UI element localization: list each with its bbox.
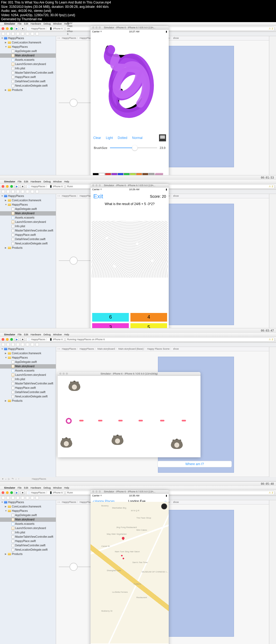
nav-item[interactable]: Info.plist bbox=[0, 224, 56, 229]
nav-item[interactable]: Main.storyboard bbox=[0, 517, 56, 522]
project-navigator[interactable]: ▼ HappyPlaces▶ CoreLocation.framework▼ H… bbox=[0, 194, 56, 333]
menu-debug[interactable]: Debug bbox=[44, 22, 51, 25]
stop-button[interactable]: ■ bbox=[20, 338, 25, 341]
nav-test-icon[interactable] bbox=[21, 32, 24, 35]
sim-titlebar[interactable]: Simulator - iPhone 6 - iPhone 6 / iOS 9.… bbox=[91, 26, 169, 30]
scheme-selector[interactable]: ⬚HappyPlaces〉📱iPhone 6 bbox=[26, 491, 64, 495]
nav-item[interactable]: ▶ CoreLocation.framework bbox=[0, 198, 56, 203]
normal-button[interactable]: Normal bbox=[132, 136, 143, 140]
nav-item[interactable]: MasterTableViewController.swift bbox=[0, 71, 56, 75]
nav-item[interactable]: ▼ HappyPlaces bbox=[0, 203, 56, 207]
clear-button[interactable]: Clear bbox=[93, 136, 101, 140]
game-scene[interactable] bbox=[58, 376, 201, 457]
stop-button[interactable]: ■ bbox=[20, 491, 25, 495]
nav-breakpoint-icon[interactable] bbox=[31, 32, 34, 35]
nav-item[interactable]: MasterTableViewController.swift bbox=[0, 229, 56, 233]
warning-badge[interactable]: ⚠ 2 bbox=[269, 27, 273, 30]
nav-item[interactable]: HappyPlace.swift bbox=[0, 539, 56, 543]
simulator-window[interactable]: Simulator - iPhone 6 - iPhone 6 / iOS 9.… bbox=[91, 26, 169, 180]
debug-target[interactable]: HappyPlaces bbox=[32, 478, 46, 480]
save-icon[interactable] bbox=[159, 134, 166, 141]
scheme-selector[interactable]: ⬚HappyPlaces〉📱iPhone 6 bbox=[26, 338, 64, 342]
nav-item[interactable]: ▼ HappyPlaces bbox=[0, 45, 56, 49]
traffic-close[interactable] bbox=[2, 27, 4, 30]
nav-item[interactable]: ▶ Products bbox=[0, 246, 56, 250]
nav-item[interactable]: ▶ Products bbox=[0, 399, 56, 403]
nav-item[interactable]: Main.storyboard bbox=[0, 53, 56, 58]
nav-item[interactable]: Assets.xcassets bbox=[0, 369, 56, 373]
nav-item[interactable]: HappyPlace.swift bbox=[0, 386, 56, 390]
run-button[interactable]: ▶ bbox=[15, 338, 19, 341]
nav-item[interactable]: ▼ HappyPlaces bbox=[0, 356, 56, 360]
brush-slider[interactable] bbox=[110, 148, 157, 148]
project-navigator[interactable]: ▼ HappyPlaces▶ CoreLocation.framework▼ H… bbox=[0, 500, 56, 644]
menu-edit[interactable]: Edit bbox=[24, 22, 28, 25]
nav-item[interactable]: NewLocationDelegate.swift bbox=[0, 548, 56, 552]
drawing-canvas[interactable] bbox=[92, 33, 168, 128]
nav-item[interactable]: HappyPlace.swift bbox=[0, 233, 56, 237]
nav-item[interactable]: Info.plist bbox=[0, 530, 56, 535]
nav-item[interactable]: ▼ HappyPlaces bbox=[0, 509, 56, 513]
debug-hide-icon[interactable]: ▾ bbox=[2, 478, 4, 480]
storyboard-scene[interactable] bbox=[158, 204, 234, 325]
nav-item[interactable]: Assets.xcassets bbox=[0, 216, 56, 220]
menu-app[interactable]: Simulator bbox=[4, 22, 15, 25]
where-am-i-button[interactable]: Where am I? bbox=[157, 461, 232, 467]
sim-titlebar[interactable]: Simulator - iPhone 6 - iPhone 6 / iOS 9.… bbox=[91, 184, 169, 188]
nav-item[interactable]: Main.storyboard bbox=[0, 364, 56, 369]
menu-hardware[interactable]: Hardware bbox=[31, 22, 41, 25]
debug-step-out-icon[interactable]: ↑ bbox=[18, 478, 20, 480]
nav-item[interactable]: MasterTableViewController.swift bbox=[0, 535, 56, 539]
nav-root[interactable]: ▼ HappyPlaces bbox=[0, 194, 56, 198]
nav-item[interactable]: LaunchScreen.storyboard bbox=[0, 526, 56, 530]
mac-menubar[interactable]: Simulator FileEditHardwareDebugWindowHel… bbox=[0, 333, 276, 337]
player-sprite[interactable] bbox=[66, 418, 72, 424]
simulator-window[interactable]: Simulator - iPhone 6 - iPhone 6 / iOS 9.… bbox=[91, 490, 169, 644]
stop-button[interactable]: ■ bbox=[20, 185, 25, 188]
run-button[interactable]: ▶ bbox=[15, 491, 19, 495]
scheme-selector[interactable]: ⬚HappyPlaces〉📱iPhone 6 bbox=[26, 27, 64, 31]
nav-item[interactable]: Info.plist bbox=[0, 66, 56, 71]
nav-debug-icon[interactable] bbox=[26, 32, 29, 35]
debug-breakpoints-icon[interactable]: ⬦ bbox=[5, 478, 6, 480]
utilities-pane[interactable] bbox=[269, 36, 276, 180]
exit-button[interactable]: Exit bbox=[93, 193, 103, 200]
nav-item[interactable]: AppDelegate.swift bbox=[0, 49, 56, 53]
simulator-window[interactable]: Simulator - iPhone 6 - iPhone 6 / iOS 9.… bbox=[91, 184, 169, 333]
slider-thumb[interactable] bbox=[132, 145, 137, 151]
storyboard-scene[interactable] bbox=[158, 510, 234, 637]
nav-item[interactable]: DetailViewController.swift bbox=[0, 543, 56, 548]
compass-icon[interactable] bbox=[161, 503, 167, 509]
nav-symbol-icon[interactable] bbox=[6, 32, 10, 35]
sim-titlebar[interactable]: Simulator - iPhone 6 - iPhone 6 / iOS 9.… bbox=[91, 490, 169, 494]
map-view[interactable]: BoweryManhattan BrgM N Q RThe Face ShopJ… bbox=[91, 502, 169, 643]
nav-issue-icon[interactable] bbox=[16, 32, 19, 35]
debug-continue-icon[interactable]: ▷ bbox=[8, 478, 10, 480]
jump-bar[interactable]: ‹ › HappyPlaces 〉 HappyPlaces 〉 Main.sto… bbox=[56, 347, 269, 351]
answer-button[interactable]: 6 bbox=[92, 313, 129, 322]
nav-item[interactable]: DetailViewController.swift bbox=[0, 237, 56, 241]
navigator-selector-bar[interactable] bbox=[0, 343, 276, 347]
debug-step-in-icon[interactable]: ↓ bbox=[15, 478, 17, 480]
nav-item[interactable]: LaunchScreen.storyboard bbox=[0, 220, 56, 224]
nav-item[interactable]: ▶ Products bbox=[0, 88, 56, 92]
nav-item[interactable]: Assets.xcassets bbox=[0, 522, 56, 526]
traffic-zoom[interactable] bbox=[10, 27, 13, 30]
nav-item[interactable]: DetailViewController.swift bbox=[0, 390, 56, 394]
project-navigator[interactable]: ▼ HappyPlaces▶ CoreLocation.framework▼ H… bbox=[0, 347, 56, 486]
menu-window[interactable]: Window bbox=[53, 22, 62, 25]
nav-item[interactable]: AppDelegate.swift bbox=[0, 207, 56, 211]
storyboard-scene[interactable] bbox=[158, 46, 234, 167]
menu-file[interactable]: File bbox=[18, 22, 22, 25]
nav-item[interactable]: ▶ CoreLocation.framework bbox=[0, 351, 56, 356]
nav-root[interactable]: ▼ HappyPlaces bbox=[0, 347, 56, 351]
utilities-pane[interactable] bbox=[269, 194, 276, 333]
mac-menubar[interactable]: Simulator FileEditHardwareDebugWindowHel… bbox=[0, 180, 276, 184]
project-navigator[interactable]: ▼ HappyPlaces▶ CoreLocation.framework▼ H… bbox=[0, 36, 56, 180]
nav-item[interactable]: NewLocationDelegate.swift bbox=[0, 84, 56, 88]
nav-item[interactable]: LaunchScreen.storyboard bbox=[0, 62, 56, 66]
utilities-pane[interactable] bbox=[269, 500, 276, 644]
nav-item[interactable]: AppDelegate.swift bbox=[0, 513, 56, 517]
nav-item[interactable]: HappyPlace.swift bbox=[0, 75, 56, 79]
nav-root[interactable]: ▼ HappyPlaces bbox=[0, 500, 56, 505]
